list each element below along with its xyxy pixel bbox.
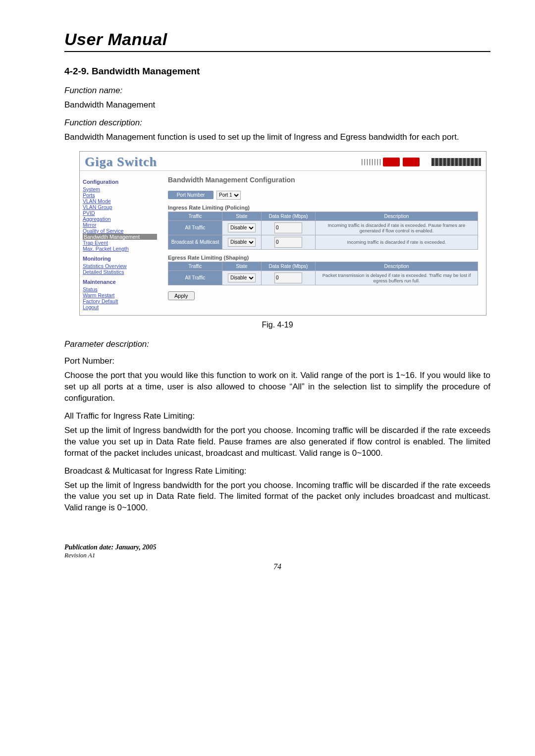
sidebar-item-vlan-group[interactable]: VLAN Group [83,204,157,210]
sidebar-item-ports[interactable]: Ports [83,192,157,198]
row-traffic: All Traffic [168,270,222,285]
param-port-number-text: Choose the port that you would like this… [64,370,490,404]
ingress-title: Ingress Rate Limiting (Policing) [168,205,478,211]
page-title: User Manual [64,30,490,49]
param-desc-label: Parameter description: [64,339,490,349]
th-rate: Data Rate (Mbps) [262,262,316,270]
sidebar-item-vlan-mode[interactable]: VLAN Mode [83,198,157,204]
sidebar-item-maxpkt[interactable]: Max. Packet Length [83,246,157,252]
figure-caption: Fig. 4-19 [64,321,490,329]
device-graphic: |||||||| [360,158,481,166]
rate-input[interactable] [274,237,302,248]
sidebar-item-logout[interactable]: Logout [83,304,157,310]
th-rate: Data Rate (Mbps) [262,212,316,220]
sidebar-item-trap[interactable]: Trap Event [83,240,157,246]
state-select[interactable]: Disable [228,238,256,247]
row-desc: Incoming traffic is discarded if rate is… [316,220,478,235]
footer-revision: Revision A1 [64,551,490,559]
function-desc-label: Function description: [64,118,490,128]
egress-title: Egress Rate Limiting (Shaping) [168,255,478,261]
param-ingress-bm-text: Set up the limit of Ingress bandwidth fo… [64,480,490,514]
sidebar-item-stats-overview[interactable]: Statistics Overview [83,263,157,269]
sidebar-item-system[interactable]: System [83,186,157,192]
sidebar-head-config: Configuration [83,179,157,185]
sidebar-item-warm-restart[interactable]: Warm Restart [83,292,157,298]
rate-input[interactable] [274,272,302,283]
table-row: Broadcast & Multicast Disable Incoming t… [168,235,478,249]
footer-page-number: 74 [64,562,490,571]
param-ingress-bm-label: Broadcast & Multicasat for Ingress Rate … [64,466,490,476]
egress-table: Traffic State Data Rate (Mbps) Descripti… [168,262,478,285]
param-ingress-all-text: Set up the limit of Ingress bandwidth fo… [64,425,490,459]
row-desc: Packet transmission is delayed if rate i… [316,270,478,285]
sidebar-head-monitor: Monitoring [83,256,157,262]
param-port-number-label: Port Number: [64,356,490,366]
th-traffic: Traffic [168,262,222,270]
sidebar-item-aggregation[interactable]: Aggregation [83,216,157,222]
th-desc: Description [316,262,478,270]
sidebar-item-qos[interactable]: Quality of Service [83,228,157,234]
sidebar-item-pvid[interactable]: PVID [83,210,157,216]
state-select[interactable]: Disable [228,273,256,282]
port-number-label: Port Number [168,191,214,199]
row-desc: Incoming traffic is discarded if rate is… [316,235,478,249]
app-logo: Giga Switch [85,155,157,169]
apply-button[interactable]: Apply [168,291,195,300]
param-ingress-all-label: All Traffic for Ingress Rate Limiting: [64,411,490,421]
sidebar-item-factory-default[interactable]: Factory Default [83,298,157,304]
rate-input[interactable] [274,222,302,233]
th-state: State [222,262,262,270]
table-row: All Traffic Disable Incoming traffic is … [168,220,478,235]
function-name: Bandwidth Management [64,100,490,111]
ingress-table: Traffic State Data Rate (Mbps) Descripti… [168,212,478,250]
section-heading: 4-2-9. Bandwidth Management [64,66,490,77]
function-name-label: Function name: [64,86,490,96]
th-traffic: Traffic [168,212,222,220]
th-desc: Description [316,212,478,220]
sidebar-item-stats-detailed[interactable]: Detailed Statistics [83,269,157,275]
row-traffic: All Traffic [168,220,222,235]
header-rule [64,51,490,52]
panel-title: Bandwidth Management Configuration [168,176,478,184]
sidebar-item-status[interactable]: Status [83,286,157,292]
row-traffic: Broadcast & Multicast [168,235,222,249]
table-row: All Traffic Disable Packet transmission … [168,270,478,285]
state-select[interactable]: Disable [228,223,256,232]
footer-publication: Publication date: January, 2005 [64,543,490,551]
sidebar-head-maint: Maintenance [83,279,157,285]
sidebar-item-bandwidth[interactable]: Bandwidth Management [83,234,157,240]
sidebar-item-mirror[interactable]: Mirror [83,222,157,228]
embedded-screenshot: Giga Switch |||||||| Configuration Syste… [79,151,486,316]
function-desc: Bandwidth Management function is used to… [64,132,490,143]
th-state: State [222,212,262,220]
sidebar: Configuration System Ports VLAN Mode VLA… [80,171,160,315]
port-number-select[interactable]: Port 1 [216,191,241,200]
